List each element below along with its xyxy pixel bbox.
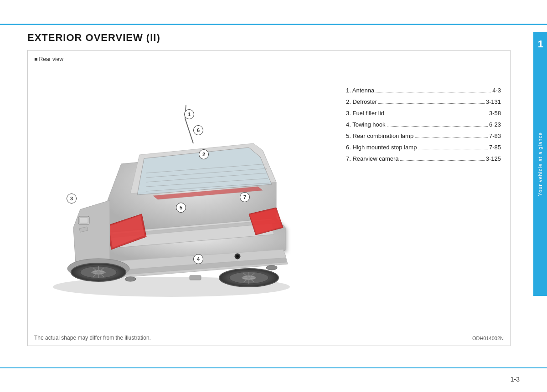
item-label-5: 5. Rear combination lamp xyxy=(346,132,413,139)
footer-note: The actual shape may differ from the ill… xyxy=(34,335,151,341)
item-page-3: 3-58 xyxy=(489,110,501,117)
item-row-5: 5. Rear combination lamp 7-83 xyxy=(346,132,501,139)
chapter-label: Your vehicle at a glance xyxy=(537,132,543,196)
callout-7: 7 xyxy=(240,192,250,202)
item-label-3: 3. Fuel filler lid xyxy=(346,110,384,117)
car-illustration-area: 1 6 2 3 5 7 4 xyxy=(32,64,329,327)
items-list: 1. Antenna 4-3 2. Defroster 3-131 3. Fue… xyxy=(346,87,501,167)
callout-1: 1 xyxy=(184,109,194,119)
item-label-1: 1. Antenna xyxy=(346,87,374,94)
item-dots-4 xyxy=(387,126,488,127)
doc-code: ODH014002N xyxy=(472,336,504,341)
item-row-3: 3. Fuel filler lid 3-58 xyxy=(346,110,501,117)
callout-3: 3 xyxy=(67,193,77,204)
rearview-camera-lens xyxy=(236,255,239,258)
section-label: Rear view xyxy=(34,56,63,62)
item-page-1: 4-3 xyxy=(492,87,501,94)
antenna xyxy=(185,118,193,143)
item-label-6: 6. High mounted stop lamp xyxy=(346,144,417,151)
page-number: 1-3 xyxy=(511,376,520,383)
bottom-accent-line xyxy=(0,367,547,368)
item-row-2: 2. Defroster 3-131 xyxy=(346,98,501,105)
item-page-6: 7-85 xyxy=(489,144,501,151)
callout-2: 2 xyxy=(199,149,209,159)
item-dots-3 xyxy=(386,115,488,115)
item-label-4: 4. Towing hook xyxy=(346,121,386,128)
item-page-2: 3-131 xyxy=(486,98,501,105)
callout-4: 4 xyxy=(193,254,203,264)
car-svg-container: 1 6 2 3 5 7 4 xyxy=(39,73,322,319)
top-accent-line xyxy=(0,24,547,25)
item-page-7: 3-125 xyxy=(486,155,501,162)
item-dots-7 xyxy=(400,160,485,161)
item-dots-5 xyxy=(415,137,488,138)
item-row-7: 7. Rearview camera 3-125 xyxy=(346,155,501,162)
item-label-7: 7. Rearview camera xyxy=(346,155,399,162)
item-row-1: 1. Antenna 4-3 xyxy=(346,87,501,94)
chapter-number: 1 xyxy=(538,38,543,50)
callout-6: 6 xyxy=(193,125,203,135)
content-box: Rear view xyxy=(27,50,511,346)
item-dots-6 xyxy=(418,149,488,149)
item-page-5: 7-83 xyxy=(489,132,501,139)
page-title: EXTERIOR OVERVIEW (II) xyxy=(27,32,511,44)
item-label-2: 2. Defroster xyxy=(346,98,377,105)
exhaust-right xyxy=(266,265,277,270)
main-content: EXTERIOR OVERVIEW (II) Rear view xyxy=(27,32,511,374)
callout-5: 5 xyxy=(176,203,186,213)
chapter-tab: 1 Your vehicle at a glance xyxy=(533,32,547,296)
item-page-4: 6-23 xyxy=(489,121,501,128)
car-illustration xyxy=(39,73,322,310)
item-row-4: 4. Towing hook 6-23 xyxy=(346,121,501,128)
towing-hook xyxy=(190,275,201,280)
fuel-filler-lid-inner xyxy=(80,218,88,223)
item-row-6: 6. High mounted stop lamp 7-85 xyxy=(346,144,501,151)
item-dots-1 xyxy=(376,92,491,92)
exhaust-left xyxy=(125,277,136,281)
item-dots-2 xyxy=(378,103,485,104)
